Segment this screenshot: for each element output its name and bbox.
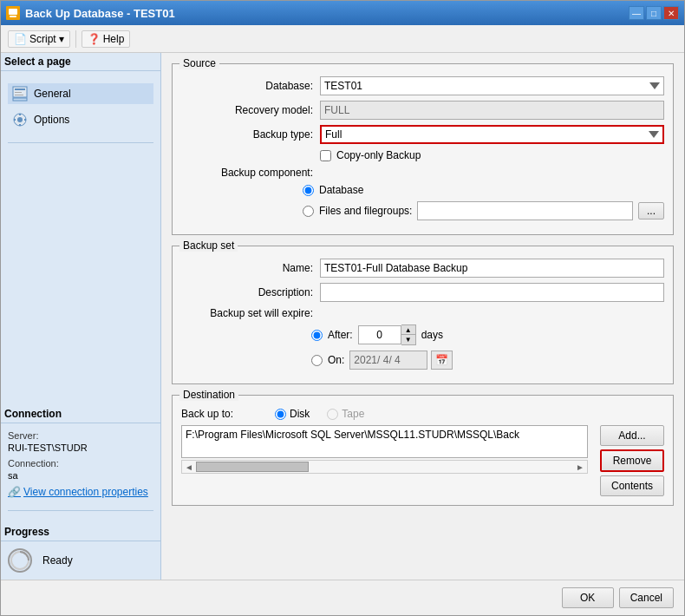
sidebar-divider2	[8, 510, 153, 511]
date-input[interactable]	[349, 351, 427, 370]
horizontal-scrollbar[interactable]: ◄ ►	[181, 460, 588, 474]
sidebar-divider1	[8, 142, 153, 143]
svg-rect-9	[19, 114, 21, 115]
files-browse-button[interactable]: ...	[638, 202, 664, 220]
backup-to-row: Back up to: Disk Tape	[181, 408, 664, 420]
svg-rect-10	[19, 124, 21, 126]
svg-point-8	[17, 117, 23, 122]
disk-radio[interactable]	[275, 409, 286, 420]
svg-rect-4	[15, 92, 22, 93]
minimize-button[interactable]: —	[629, 6, 644, 20]
options-icon	[11, 111, 29, 128]
svg-rect-5	[15, 95, 23, 95]
spinner-up[interactable]: ▲	[401, 325, 415, 335]
copy-only-checkbox[interactable]	[320, 150, 331, 161]
path-text: F:\Program Files\Microsoft SQL Server\MS…	[186, 429, 584, 441]
backup-component-label: Backup component:	[181, 167, 320, 179]
files-input[interactable]	[417, 201, 633, 220]
cancel-button[interactable]: Cancel	[619, 587, 674, 608]
view-connection-link[interactable]: 🔗 View connection properties	[8, 486, 153, 498]
recovery-model-input: FULL	[320, 101, 664, 120]
backup-type-select[interactable]: Full Differential Transaction Log	[320, 125, 664, 144]
scroll-left[interactable]: ◄	[182, 462, 196, 472]
spinner-buttons: ▲ ▼	[401, 324, 416, 345]
spinner-down[interactable]: ▼	[401, 335, 415, 344]
description-label: Description:	[181, 286, 320, 298]
maximize-button[interactable]: □	[646, 6, 662, 20]
server-label: Server:	[8, 430, 153, 441]
connection-header: Connection	[1, 405, 160, 423]
svg-rect-11	[14, 119, 16, 121]
main-body: Select a page General Options Connection	[1, 53, 684, 580]
remove-button[interactable]: Remove	[600, 449, 664, 472]
help-label: Help	[103, 33, 125, 45]
svg-rect-1	[10, 16, 16, 17]
ok-button[interactable]: OK	[562, 587, 614, 608]
disk-option: Disk	[275, 408, 310, 420]
svg-rect-0	[9, 9, 17, 15]
after-radio[interactable]	[311, 330, 323, 341]
recovery-model-row: Recovery model: FULL	[181, 101, 664, 120]
sidebar: Select a page General Options Connection	[1, 53, 161, 580]
scroll-thumb[interactable]	[196, 462, 310, 472]
tape-label: Tape	[342, 408, 364, 420]
title-bar: Back Up Database - TEST01 — □ ✕	[1, 1, 684, 25]
copy-only-row: Copy-only Backup	[181, 149, 664, 161]
copy-only-label: Copy-only Backup	[336, 149, 421, 161]
component-files-row: Files and filegroups: ...	[181, 201, 664, 220]
calendar-button[interactable]: 📅	[431, 351, 453, 370]
name-row: Name: TEST01-Full Database Backup	[181, 259, 664, 278]
disk-label: Disk	[290, 408, 310, 420]
backup-type-label: Backup type:	[181, 128, 320, 141]
on-radio[interactable]	[311, 355, 323, 366]
destination-buttons: Add... Remove Contents	[600, 425, 664, 496]
script-button[interactable]: 📄 Script ▾	[8, 30, 70, 48]
close-button[interactable]: ✕	[663, 6, 679, 20]
expire-row: Backup set will expire:	[181, 307, 664, 319]
date-picker: 📅	[349, 351, 453, 370]
add-button[interactable]: Add...	[600, 425, 664, 446]
window-controls: — □ ✕	[629, 6, 679, 20]
tape-option: Tape	[327, 408, 364, 420]
description-input[interactable]	[320, 283, 664, 302]
server-value: RUI-TEST\STUDR	[8, 442, 153, 453]
connection-section: Connection Server: RUI-TEST\STUDR Connec…	[8, 412, 153, 498]
database-select[interactable]: TEST01	[320, 76, 664, 95]
after-row: After: ▲ ▼ days	[181, 324, 664, 345]
svg-rect-6	[13, 98, 27, 101]
connection-value: sa	[8, 470, 153, 481]
sidebar-item-general[interactable]: General	[8, 83, 153, 104]
main-window: Back Up Database - TEST01 — □ ✕ 📄 Script…	[0, 0, 685, 616]
app-icon	[6, 6, 20, 20]
database-row: Database: TEST01	[181, 76, 664, 95]
window-title: Back Up Database - TEST01	[25, 7, 175, 20]
destination-title: Destination	[179, 389, 238, 401]
name-input[interactable]: TEST01-Full Database Backup	[320, 259, 664, 278]
name-label: Name:	[181, 262, 320, 274]
script-icon: 📄	[14, 33, 27, 45]
svg-rect-12	[24, 119, 26, 121]
scroll-right[interactable]: ►	[573, 462, 587, 472]
component-database-row: Database	[181, 184, 664, 196]
options-label: Options	[34, 114, 69, 126]
progress-header: Progress	[1, 523, 160, 541]
toolbar: 📄 Script ▾ ❓ Help	[1, 25, 684, 53]
content-area: Source Database: TEST01 Recovery model	[161, 53, 684, 580]
source-group: Source Database: TEST01 Recovery model	[172, 63, 674, 235]
toolbar-separator	[75, 30, 76, 48]
general-icon	[11, 85, 29, 102]
component-database-radio[interactable]	[303, 185, 314, 196]
component-files-radio[interactable]	[303, 206, 314, 217]
progress-icon	[8, 548, 32, 573]
help-button[interactable]: ❓ Help	[82, 30, 131, 48]
path-box: F:\Program Files\Microsoft SQL Server\MS…	[181, 425, 588, 458]
days-spinner: ▲ ▼	[358, 324, 416, 345]
recovery-model-label: Recovery model:	[181, 104, 320, 116]
contents-button[interactable]: Contents	[600, 475, 664, 496]
connection-label: Connection:	[8, 458, 153, 469]
days-input[interactable]	[358, 325, 401, 344]
script-dropdown-icon: ▾	[59, 33, 64, 45]
sidebar-item-options[interactable]: Options	[8, 109, 153, 130]
progress-status: Ready	[42, 554, 73, 567]
media-type-row: Disk Tape	[275, 408, 364, 420]
